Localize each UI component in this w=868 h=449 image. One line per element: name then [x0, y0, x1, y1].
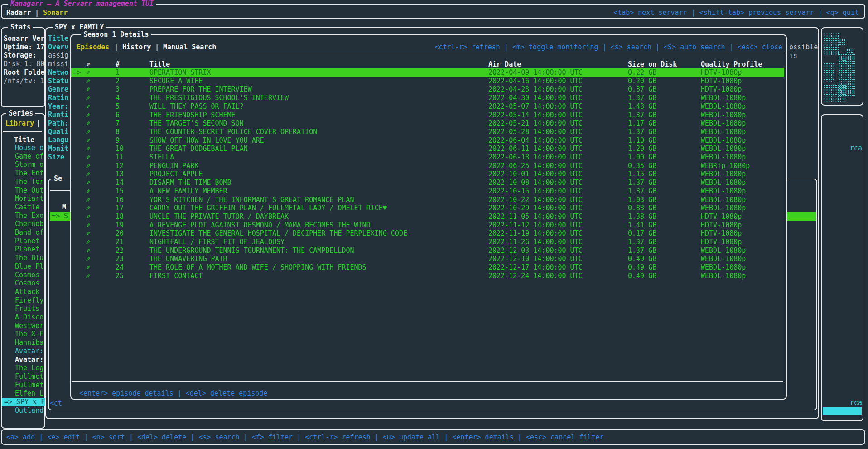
series-item[interactable]: The Enf: [15, 169, 43, 178]
episode-air-date: 2022-05-28 14:00:00 UTC: [488, 128, 583, 136]
episode-row[interactable]: ✎4THE PRESTIGIOUS SCHOOL'S INTERVIEW2022…: [71, 94, 784, 102]
episode-quality: WEBDL-1080p: [701, 196, 746, 204]
episode-row[interactable]: ✎18UNCLE THE PRIVATE TUTOR / DAYBREAK202…: [71, 212, 784, 221]
episode-row[interactable]: ✎3PREPARE FOR THE INTERVIEW2022-04-23 14…: [71, 85, 784, 94]
episode-size: 1.03 GB: [628, 196, 656, 204]
episode-row[interactable]: ✎22THE UNDERGROUND TENNIS TOURNAMENT: TH…: [71, 246, 784, 255]
episode-row[interactable]: ✎12PENGUIN PARK2022-06-25 14:00:00 UTC0.…: [71, 162, 784, 170]
series-item[interactable]: Cosmos: [15, 271, 39, 280]
series-item[interactable]: Band of: [15, 228, 43, 237]
series-item[interactable]: House o: [15, 144, 43, 152]
popup-title: Season 1 Details: [81, 30, 151, 39]
pencil-icon: ✎: [86, 94, 90, 102]
episode-title: SECURE A WIFE: [149, 77, 203, 86]
episode-row[interactable]: ✎25FIRST CONTACT2022-12-24 14:00:00 UTC0…: [71, 272, 784, 280]
series-item[interactable]: Planet: [15, 237, 39, 246]
series-item[interactable]: A Disco: [15, 313, 43, 322]
episode-row[interactable]: ✎16YOR'S KITCHEN / THE INFORMANT'S GREAT…: [71, 196, 784, 204]
episode-air-date: 2022-11-05 14:00:00 UTC: [488, 212, 583, 221]
episode-title: YOR'S KITCHEN / THE INFORMANT'S GREAT RO…: [149, 196, 354, 204]
series-item[interactable]: Storm o: [15, 160, 43, 169]
episode-number: 14: [116, 179, 124, 187]
episode-number: 21: [116, 238, 124, 246]
episode-row[interactable]: ✎6THE FRIENDSHIP SCHEME2022-05-14 14:00:…: [71, 111, 784, 120]
episode-row[interactable]: ✎24THE ROLE OF A MOTHER AND WIFE / SHOPP…: [71, 263, 784, 272]
episode-row[interactable]: ✎17CARRY OUT THE GRIFFIN PLAN / FULLMETA…: [71, 204, 784, 212]
series-item[interactable]: Fullmet: [15, 372, 43, 381]
series-item-selected[interactable]: => SPY x F: [2, 398, 45, 406]
series-item[interactable]: Game of: [15, 152, 43, 161]
pencil-icon: ✎: [86, 128, 90, 136]
series-item[interactable]: Hanniba: [15, 338, 43, 347]
episode-row[interactable]: ✎14DISARM THE TIME BOMB2022-10-08 14:00:…: [71, 179, 784, 187]
series-item[interactable]: The Leg: [15, 364, 43, 372]
pencil-icon: ✎: [86, 111, 90, 120]
pencil-icon: ✎: [86, 246, 90, 255]
episode-row[interactable]: ✎10THE GREAT DODGEBALL PLAN2022-06-11 14…: [71, 145, 784, 153]
column-size: Size on Disk: [628, 60, 677, 69]
episode-quality: HDTV-1080p: [701, 212, 742, 221]
episode-row[interactable]: ✎5WILL THEY PASS OR FAIL?2022-05-07 14:0…: [71, 102, 784, 111]
monitored-column-icon: ✎: [86, 60, 90, 69]
series-item[interactable]: Avatar:: [15, 356, 43, 364]
series-item[interactable]: The Exo: [15, 212, 43, 220]
episode-row[interactable]: ✎23THE UNWAVERING PATH2022-12-10 14:00:0…: [71, 255, 784, 263]
series-item[interactable]: Outland: [15, 406, 43, 415]
series-item[interactable]: Fruits: [15, 304, 39, 313]
series-item[interactable]: Westwor: [15, 322, 43, 330]
tab-episodes[interactable]: Episodes: [77, 43, 109, 52]
series-item[interactable]: Firefly: [15, 296, 43, 305]
episode-row[interactable]: =>✎1OPERATION STRIX2022-04-09 14:00:00 U…: [71, 68, 784, 77]
series-item[interactable]: The Blu: [15, 254, 43, 262]
episode-number: 4: [116, 94, 120, 102]
episode-row[interactable]: ✎7THE TARGET'S SECOND SON2022-05-21 14:0…: [71, 119, 784, 128]
episode-title: THE COUNTER-SECRET POLICE COVER OPERATIO…: [149, 128, 317, 136]
episode-air-date: 2022-06-04 14:00:00 UTC: [488, 136, 583, 145]
column-title: Title: [149, 60, 170, 69]
episode-row[interactable]: ✎13PROJECT APPLE2022-10-01 14:00:00 UTC1…: [71, 170, 784, 179]
series-item[interactable]: Cosmos: [15, 279, 39, 288]
episode-title: WILL THEY PASS OR FAIL?: [149, 102, 244, 111]
series-item[interactable]: Chernob: [15, 220, 43, 228]
series-item[interactable]: Fullmet: [15, 381, 43, 390]
episode-title: THE UNWAVERING PATH: [149, 255, 227, 263]
episode-row[interactable]: ✎9SHOW OFF HOW IN LOVE YOU ARE2022-06-04…: [71, 136, 784, 145]
series-item[interactable]: Planet: [15, 245, 39, 254]
detail-label: missi: [48, 60, 68, 68]
series-item[interactable]: Attack: [15, 288, 39, 296]
tab-radarr[interactable]: Radarr: [6, 9, 31, 17]
episode-quality: WEBDL-1080p: [701, 179, 746, 187]
episode-size: 1.43 GB: [628, 102, 656, 111]
episode-row[interactable]: ✎8THE COUNTER-SECRET POLICE COVER OPERAT…: [71, 128, 784, 136]
series-item[interactable]: Blue Pl: [15, 262, 43, 271]
series-item[interactable]: Castle: [15, 203, 39, 212]
series-item[interactable]: Elfen L: [15, 389, 43, 398]
series-item[interactable]: Avatar:: [15, 347, 43, 356]
episode-air-date: 2022-06-25 14:00:00 UTC: [488, 162, 583, 170]
episode-row[interactable]: ✎11STELLA2022-06-18 14:00:00 UTC1.00 GBW…: [71, 153, 784, 162]
episode-air-date: 2022-10-08 14:00:00 UTC: [488, 179, 583, 187]
series-item[interactable]: Moriart: [15, 194, 43, 203]
episode-row[interactable]: ✎20INVESTIGATE THE GENERAL HOSPITAL / DE…: [71, 229, 784, 238]
tab-manual-search[interactable]: Manual Search: [163, 43, 216, 52]
column-number: #: [116, 60, 120, 69]
episode-row[interactable]: ✎15A NEW FAMILY MEMBER2022-10-15 14:00:0…: [71, 187, 784, 196]
episode-row[interactable]: ✎2SECURE A WIFE2022-04-16 14:00:00 UTC0.…: [71, 77, 784, 86]
series-title: Series: [6, 109, 35, 118]
tab-history[interactable]: History: [122, 43, 151, 52]
episode-quality: WEBDL-1080p: [701, 263, 746, 272]
tab-sonarr[interactable]: Sonarr: [43, 9, 68, 17]
series-panel: Series Library | Title House oGame ofSto…: [1, 113, 45, 429]
right-panel-selected-row[interactable]: [823, 407, 862, 415]
episode-row[interactable]: ✎19A REVENGE PLOT AGAINST DESMOND / MAMA…: [71, 221, 784, 230]
tab-library[interactable]: Library: [5, 119, 34, 128]
series-item[interactable]: The Ter: [15, 178, 43, 186]
episode-row[interactable]: ✎21NIGHTFALL / FIRST FIT OF JEALOUSY2022…: [71, 238, 784, 246]
episode-number: 5: [116, 102, 120, 111]
episode-number: 16: [116, 196, 124, 204]
episode-size: 1.37 GB: [628, 246, 656, 255]
episode-number: 17: [116, 204, 124, 212]
episode-title: THE PRESTIGIOUS SCHOOL'S INTERVIEW: [149, 94, 289, 102]
series-item[interactable]: The Out: [15, 186, 43, 195]
series-item[interactable]: The X-F: [15, 330, 43, 338]
